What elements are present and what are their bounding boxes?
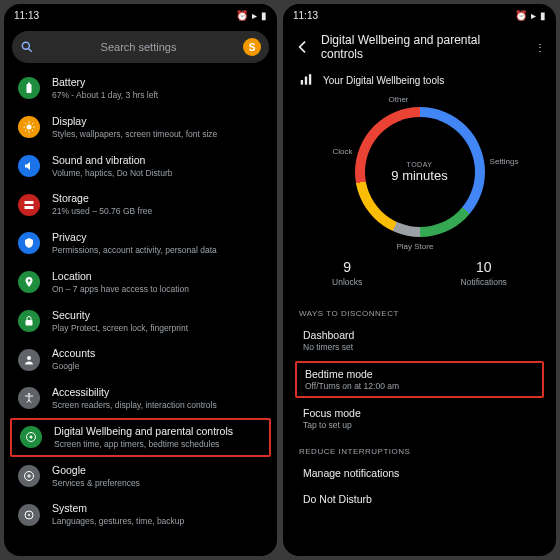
settings-item-display[interactable]: Display Styles, wallpapers, screen timeo… <box>4 108 277 147</box>
tools-label: Your Digital Wellbeing tools <box>323 75 444 86</box>
google-icon <box>18 465 40 487</box>
item-subtitle: 21% used – 50.76 GB free <box>52 206 263 217</box>
item-title: Accounts <box>52 347 263 360</box>
settings-item-google[interactable]: Google Services & preferences <box>4 457 277 496</box>
search-icon <box>20 40 34 54</box>
svg-point-4 <box>27 125 32 130</box>
battery-icon <box>18 77 40 99</box>
settings-item-privacy[interactable]: Privacy Permissions, account activity, p… <box>4 224 277 263</box>
wifi-icon: ▸ <box>252 10 257 21</box>
settings-item-storage[interactable]: Storage 21% used – 50.76 GB free <box>4 185 277 224</box>
donut-label-playstore: Play Store <box>397 242 434 251</box>
section-reduce-interruptions: REDUCE INTERRUPTIONS <box>283 437 556 460</box>
privacy-icon <box>18 232 40 254</box>
stat-unlocks[interactable]: 9 Unlocks <box>332 259 362 287</box>
svg-point-12 <box>30 436 33 439</box>
status-icons: ⏰ ▸ ▮ <box>236 10 267 21</box>
settings-list: Battery 67% - About 1 day, 3 hrs left Di… <box>4 69 277 556</box>
svg-point-15 <box>28 514 30 516</box>
avatar[interactable]: S <box>243 38 261 56</box>
option-manage-notifications[interactable]: Manage notifications <box>283 460 556 486</box>
status-bar: 11:13 ⏰ ▸ ▮ <box>283 4 556 25</box>
status-icons: ⏰ ▸ ▮ <box>515 10 546 21</box>
clock-text: 11:13 <box>293 10 318 21</box>
svg-point-7 <box>28 279 31 282</box>
battery-icon: ▮ <box>261 10 267 21</box>
settings-item-system[interactable]: System Languages, gestures, time, backup <box>4 495 277 534</box>
item-title: Digital Wellbeing and parental controls <box>54 425 261 438</box>
search-placeholder: Search settings <box>42 41 235 53</box>
system-icon <box>18 504 40 526</box>
accounts-icon <box>18 349 40 371</box>
status-bar: 11:13 ⏰ ▸ ▮ <box>4 4 277 25</box>
option-subtitle: No timers set <box>303 342 536 352</box>
svg-rect-8 <box>26 320 33 326</box>
svg-rect-16 <box>301 80 303 85</box>
svg-point-9 <box>27 356 31 360</box>
item-subtitle: Google <box>52 361 263 372</box>
donut-today-label: TODAY <box>407 161 433 168</box>
option-subtitle: Tap to set up <box>303 420 536 430</box>
donut-value: 9 minutes <box>391 168 447 183</box>
svg-rect-3 <box>28 83 30 85</box>
stat-notifications[interactable]: 10 Notifications <box>461 259 507 287</box>
display-icon <box>18 116 40 138</box>
section-ways-to-disconnect: WAYS TO DISCONNECT <box>283 299 556 322</box>
item-subtitle: 67% - About 1 day, 3 hrs left <box>52 90 263 101</box>
donut-label-settings: Settings <box>490 157 519 166</box>
settings-item-accessibility[interactable]: Accessibility Screen readers, display, i… <box>4 379 277 418</box>
stats-row: 9 Unlocks 10 Notifications <box>283 249 556 299</box>
item-title: Display <box>52 115 263 128</box>
svg-rect-18 <box>309 74 311 85</box>
option-subtitle: Off/Turns on at 12:00 am <box>305 381 534 391</box>
usage-donut[interactable]: TODAY 9 minutes Other Clock Settings Pla… <box>345 97 495 247</box>
item-subtitle: Languages, gestures, time, backup <box>52 516 263 527</box>
settings-item-security[interactable]: Security Play Protect, screen lock, fing… <box>4 302 277 341</box>
item-subtitle: Play Protect, screen lock, fingerprint <box>52 323 263 334</box>
overflow-icon[interactable]: ⋮ <box>535 42 544 53</box>
alarm-icon: ⏰ <box>515 10 527 21</box>
donut-label-other: Other <box>389 95 409 104</box>
clock-text: 11:13 <box>14 10 39 21</box>
tools-row[interactable]: Your Digital Wellbeing tools <box>283 69 556 93</box>
svg-rect-6 <box>25 206 34 209</box>
settings-item-sound[interactable]: Sound and vibration Volume, haptics, Do … <box>4 147 277 186</box>
item-title: Storage <box>52 192 263 205</box>
item-subtitle: Services & preferences <box>52 478 263 489</box>
location-icon <box>18 271 40 293</box>
settings-item-accounts[interactable]: Accounts Google <box>4 340 277 379</box>
search-bar[interactable]: Search settings S <box>12 31 269 63</box>
donut-label-clock: Clock <box>333 147 353 156</box>
chart-icon <box>299 73 313 87</box>
option-bedtime-mode[interactable]: Bedtime modeOff/Turns on at 12:00 am <box>295 361 544 398</box>
storage-icon <box>18 194 40 216</box>
item-title: System <box>52 502 263 515</box>
wellbeing-icon <box>20 426 42 448</box>
svg-point-10 <box>28 393 30 395</box>
option-do-not-disturb[interactable]: Do Not Disturb <box>283 486 556 512</box>
item-title: Battery <box>52 76 263 89</box>
option-title: Manage notifications <box>303 467 536 479</box>
option-title: Do Not Disturb <box>303 493 536 505</box>
wellbeing-screen: 11:13 ⏰ ▸ ▮ Digital Wellbeing and parent… <box>283 4 556 556</box>
donut-center: TODAY 9 minutes <box>345 97 495 247</box>
settings-item-wellbeing[interactable]: Digital Wellbeing and parental controls … <box>10 418 271 457</box>
disconnect-list: DashboardNo timers setBedtime modeOff/Tu… <box>283 322 556 437</box>
option-dashboard[interactable]: DashboardNo timers set <box>283 322 556 359</box>
item-title: Accessibility <box>52 386 263 399</box>
item-subtitle: Styles, wallpapers, screen timeout, font… <box>52 129 263 140</box>
settings-item-battery[interactable]: Battery 67% - About 1 day, 3 hrs left <box>4 69 277 108</box>
svg-point-0 <box>22 42 29 49</box>
option-focus-mode[interactable]: Focus modeTap to set up <box>283 400 556 437</box>
settings-item-location[interactable]: Location On – 7 apps have access to loca… <box>4 263 277 302</box>
sound-icon <box>18 155 40 177</box>
svg-rect-17 <box>305 77 307 85</box>
page-title: Digital Wellbeing and parental controls <box>321 33 525 61</box>
interruptions-list: Manage notificationsDo Not Disturb <box>283 460 556 512</box>
battery-icon: ▮ <box>540 10 546 21</box>
item-title: Google <box>52 464 263 477</box>
item-subtitle: Screen readers, display, interaction con… <box>52 400 263 411</box>
item-title: Location <box>52 270 263 283</box>
svg-rect-5 <box>25 201 34 204</box>
back-icon[interactable] <box>295 39 311 55</box>
